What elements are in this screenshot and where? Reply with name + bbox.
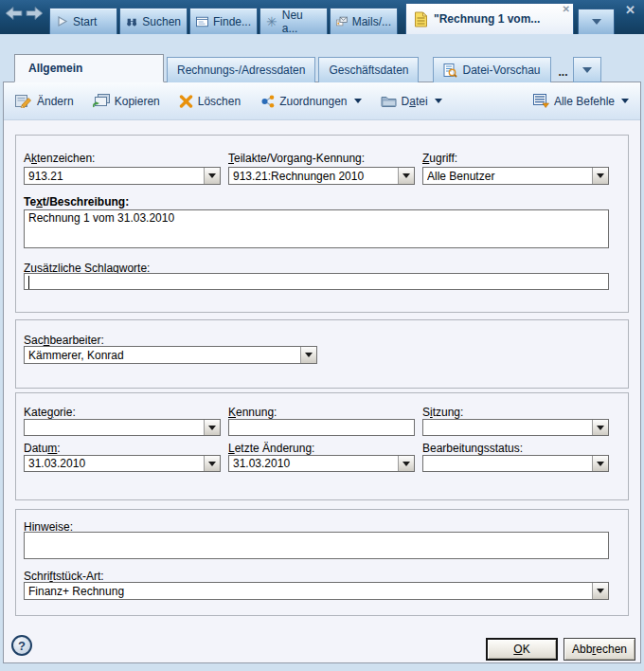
kopieren-button[interactable]: Kopieren — [93, 94, 160, 108]
new-starburst-icon: ✳ — [266, 15, 277, 28]
tab-rechnungs-adressdaten[interactable]: Rechnungs-/Adressdaten — [167, 57, 315, 82]
titlebar-tab-label: Start — [73, 15, 97, 28]
letzte-aenderung-label: Letzte Änderung: — [228, 442, 314, 455]
back-arrow-icon[interactable] — [5, 7, 23, 20]
aendern-button[interactable]: Ändern — [15, 94, 74, 108]
play-icon — [56, 15, 68, 27]
schlagworte-field[interactable] — [24, 273, 609, 290]
chevron-down-icon — [597, 462, 604, 466]
titlebar-tab-start[interactable]: Start — [49, 8, 117, 34]
kategorie-input[interactable] — [25, 420, 204, 435]
titlebar-tab-suchen[interactable]: Suchen — [119, 8, 188, 34]
group-akte: Aktenzeichen: Teilakte/Vorgang-Kennung: … — [15, 135, 629, 313]
dropdown-arrow-button[interactable] — [592, 168, 608, 184]
zuordnungen-button[interactable]: Zuordnungen — [259, 95, 361, 108]
aktenzeichen-combobox[interactable] — [24, 167, 221, 185]
aktenzeichen-input[interactable] — [25, 168, 204, 184]
toolbar-label: Kopieren — [115, 95, 160, 108]
edit-icon — [15, 94, 32, 108]
tab-label: Allgemein — [28, 62, 82, 75]
zugriff-input[interactable] — [423, 168, 592, 184]
folder-icon — [381, 95, 397, 107]
window-close-icon[interactable]: ✕ — [625, 3, 635, 17]
ok-button[interactable]: OK — [486, 638, 558, 661]
chevron-down-icon — [305, 353, 313, 357]
kategorie-label: Kategorie: — [24, 406, 76, 419]
alle-befehle-button[interactable]: Alle Befehle — [533, 94, 629, 108]
dropdown-arrow-button[interactable] — [204, 420, 220, 435]
tab-overflow-dropdown-button[interactable] — [578, 9, 615, 34]
tabstrip-dropdown-button[interactable] — [573, 57, 601, 82]
copy-icon — [93, 94, 110, 108]
datum-combobox[interactable] — [24, 455, 221, 472]
loeschen-button[interactable]: Löschen — [179, 95, 241, 108]
tab-geschaeftsdaten[interactable]: Geschäftsdaten — [318, 57, 419, 82]
chevron-down-icon — [597, 173, 604, 178]
history-nav — [5, 7, 44, 20]
text-beschreibung-field[interactable]: Rechnung 1 vom 31.03.2010 — [24, 209, 609, 248]
tab-close-icon[interactable]: ✕ — [563, 5, 570, 14]
letzte-aenderung-combobox[interactable] — [228, 455, 415, 472]
titlebar-tab-finde[interactable]: Finde... — [189, 8, 258, 34]
sachbearbeiter-combobox[interactable] — [24, 346, 317, 364]
sitzung-label: Sitzung: — [422, 406, 463, 419]
sachbearbeiter-input[interactable] — [25, 347, 300, 363]
aktenzeichen-label: Aktenzeichen: — [24, 152, 95, 165]
dropdown-arrow-button[interactable] — [398, 168, 414, 184]
dropdown-arrow-button[interactable] — [592, 583, 608, 599]
dropdown-arrow-button[interactable] — [398, 456, 414, 471]
text-beschreibung-textarea[interactable]: Rechnung 1 vom 31.03.2010 — [25, 210, 608, 247]
dropdown-arrow-button[interactable] — [204, 168, 220, 184]
dropdown-arrow-button[interactable] — [592, 420, 608, 435]
bearbeitungsstatus-combobox[interactable] — [422, 455, 609, 472]
help-icon[interactable]: ? — [11, 635, 32, 656]
schlagworte-input[interactable] — [25, 274, 608, 289]
titlebar-tab-mails[interactable]: Mails/... — [330, 8, 398, 34]
titlebar-tab-label: Mails/... — [352, 15, 391, 28]
schriftstueck-art-combobox[interactable] — [24, 582, 609, 600]
chevron-down-icon — [592, 19, 601, 25]
dropdown-arrow-button[interactable] — [592, 456, 608, 471]
letzte-aenderung-input[interactable] — [229, 456, 398, 471]
zugriff-combobox[interactable] — [422, 167, 609, 185]
chevron-down-icon — [208, 462, 216, 466]
hinweise-input[interactable] — [25, 533, 608, 558]
dialog-panel: Ändern Kopieren Löschen — [3, 82, 641, 663]
teilakte-input[interactable] — [229, 168, 398, 184]
tab-label: Datei-Vorschau — [462, 63, 540, 77]
titlebar-tab-active-document[interactable]: "Rechnung 1 vom... ✕ — [405, 3, 574, 34]
toolbar-label: Alle Befehle — [554, 95, 615, 108]
chevron-down-icon — [597, 589, 604, 593]
teilakte-combobox[interactable] — [228, 167, 415, 185]
datum-input[interactable] — [25, 456, 204, 471]
tab-allgemein[interactable]: Allgemein — [14, 54, 164, 82]
datei-button[interactable]: Datei — [381, 95, 442, 108]
bearbeitungsstatus-input[interactable] — [423, 456, 592, 471]
titlebar-tab-neu[interactable]: ✳ Neu a... — [259, 8, 328, 34]
abbrechen-button[interactable]: Abbrechen — [564, 638, 635, 661]
tab-overflow-ellipsis[interactable]: ... — [559, 65, 568, 79]
sitzung-input[interactable] — [423, 420, 592, 435]
sitzung-combobox[interactable] — [422, 419, 609, 436]
hinweise-field[interactable] — [24, 532, 609, 559]
application-window: Start Suchen Finde... ✳ Neu a... — [0, 0, 644, 671]
group-sachbearbeiter: Sachbearbeiter: — [15, 319, 629, 389]
sachbearbeiter-label: Sachbearbeiter: — [24, 334, 104, 347]
titlebar-tab-label: Finde... — [213, 15, 251, 28]
toolbar-label: Zuordnungen — [279, 95, 347, 108]
group-metadaten: Kategorie: Kennung: Sitzung: Datum: — [15, 392, 629, 500]
dropdown-arrow-button[interactable] — [300, 347, 316, 363]
kennung-field[interactable] — [228, 419, 415, 436]
kennung-label: Kennung: — [228, 406, 277, 419]
chevron-down-icon — [354, 99, 362, 103]
tab-datei-vorschau[interactable]: Datei-Vorschau — [433, 57, 550, 82]
command-list-icon — [533, 94, 549, 108]
kategorie-combobox[interactable] — [24, 419, 221, 436]
toolbar: Ändern Kopieren Löschen — [4, 82, 640, 120]
kennung-input[interactable] — [229, 420, 414, 435]
chevron-down-icon — [402, 462, 410, 466]
delete-x-icon — [179, 95, 193, 108]
dropdown-arrow-button[interactable] — [204, 456, 220, 471]
forward-arrow-icon[interactable] — [26, 7, 44, 20]
schriftstueck-art-input[interactable] — [25, 583, 592, 599]
